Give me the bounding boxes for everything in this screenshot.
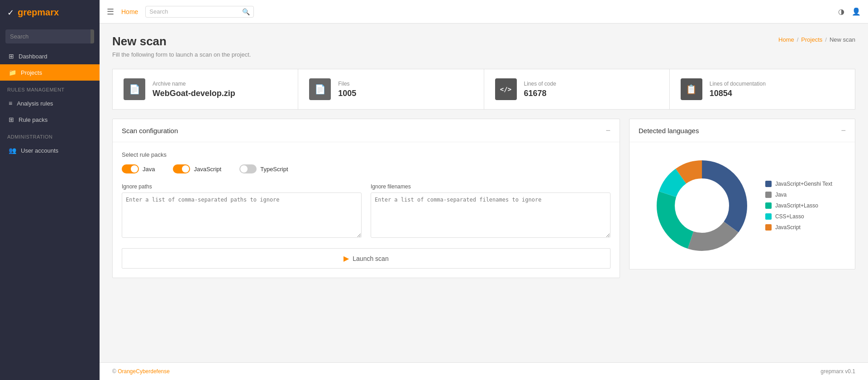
- topnav-search-container[interactable]: 🔍: [145, 6, 254, 18]
- stat-card-archive: 📄 Archive name WebGoat-develop.zip: [112, 69, 298, 110]
- legend-js-lasso: JavaScript+Lasso: [765, 202, 832, 209]
- toggle-javascript: JavaScript: [173, 164, 221, 173]
- loc-icon: </>: [500, 86, 511, 93]
- archive-value: WebGoat-develop.zip: [153, 89, 235, 98]
- scan-config-body: Select rule packs Java JavaScript: [113, 142, 620, 278]
- rules-management-label: RULES MANAGEMENT: [0, 81, 100, 95]
- stat-card-loc: </> Lines of code 61678: [484, 69, 670, 110]
- toggles-row: Java JavaScript TypeScript: [122, 164, 610, 173]
- files-icon: 📄: [315, 84, 326, 95]
- doc-value: 10854: [710, 89, 766, 98]
- donut-chart: [652, 156, 752, 255]
- sidebar-item-analysis-rules[interactable]: ≡ Analysis rules: [0, 95, 100, 111]
- user-profile-icon[interactable]: 👤: [852, 7, 861, 16]
- breadcrumb-home[interactable]: Home: [778, 36, 794, 43]
- doc-icon: 📋: [686, 84, 697, 95]
- toggle-typescript-switch[interactable]: [239, 164, 257, 173]
- sidebar-item-rule-packs[interactable]: ⊞ Rule packs: [0, 111, 100, 128]
- user-accounts-icon: 👥: [9, 147, 16, 154]
- legend-java: Java: [765, 192, 832, 198]
- hamburger-menu-button[interactable]: ☰: [107, 7, 114, 17]
- ignore-paths-textarea[interactable]: [122, 192, 362, 238]
- detected-languages-card: Detected languages −: [629, 119, 855, 269]
- footer-brand: OrangeCyberdefense: [118, 368, 170, 375]
- launch-scan-icon: ▶: [343, 254, 349, 263]
- brand-name: grepmarx: [18, 7, 59, 18]
- legend-js-genshi: JavaScript+Genshi Text: [765, 181, 832, 187]
- detected-languages-column: Detected languages −: [629, 119, 855, 278]
- administration-label: ADMINISTRATION: [0, 128, 100, 142]
- sidebar-item-dashboard[interactable]: ⊞ Dashboard: [0, 48, 100, 64]
- toggle-typescript: TypeScript: [239, 164, 288, 173]
- ignore-filenames-textarea[interactable]: [371, 192, 610, 238]
- sidebar-item-user-accounts[interactable]: 👥 User accounts: [0, 142, 100, 159]
- breadcrumb-current: New scan: [830, 36, 855, 43]
- scan-config-column: Scan configuration − Select rule packs J…: [112, 119, 620, 278]
- sidebar-item-user-accounts-label: User accounts: [21, 147, 58, 154]
- files-label: Files: [338, 81, 356, 87]
- sidebar-item-analysis-rules-label: Analysis rules: [17, 100, 53, 107]
- rule-packs-icon: ⊞: [9, 116, 14, 123]
- topnav-search-input[interactable]: [149, 8, 239, 15]
- chart-legend: JavaScript+Genshi Text Java JavaScript+L…: [765, 181, 832, 231]
- analysis-rules-icon: ≡: [9, 100, 12, 107]
- theme-toggle-icon[interactable]: ◑: [838, 7, 844, 16]
- page-subtitle: Fill the following form to launch a scan…: [112, 51, 251, 58]
- sidebar-search-container[interactable]: 🔍: [5, 29, 94, 43]
- sidebar-item-rule-packs-label: Rule packs: [19, 116, 48, 123]
- top-navigation: ☰ Home 🔍 ◑ 👤: [100, 0, 868, 24]
- doc-label: Lines of documentation: [710, 81, 766, 87]
- topnav-right-actions: ◑ 👤: [838, 7, 861, 16]
- detected-languages-minimize[interactable]: −: [841, 126, 846, 135]
- ignore-fields-row: Ignore paths Ignore filenames: [122, 183, 610, 239]
- legend-javascript: JavaScript: [765, 224, 832, 231]
- scan-config-header: Scan configuration −: [113, 119, 620, 142]
- footer-copyright: © OrangeCyberdefense: [112, 368, 170, 375]
- stat-card-files: 📄 Files 1005: [298, 69, 484, 110]
- detected-languages-title: Detected languages: [639, 127, 699, 135]
- sidebar-search-button[interactable]: 🔍: [91, 29, 94, 43]
- sidebar-item-projects[interactable]: 📁 Projects: [0, 64, 100, 81]
- toggle-java-switch[interactable]: [122, 164, 139, 173]
- legend-label-java: Java: [775, 192, 787, 198]
- detected-languages-header: Detected languages −: [630, 119, 855, 142]
- legend-label-css-lasso: CSS+Lasso: [775, 213, 804, 220]
- loc-value: 61678: [524, 89, 556, 98]
- main-content: ☰ Home 🔍 ◑ 👤 New scan Fill the following…: [100, 0, 868, 380]
- legend-label-js-genshi: JavaScript+Genshi Text: [775, 181, 832, 187]
- scan-config-minimize[interactable]: −: [606, 126, 610, 135]
- legend-color-java: [765, 192, 772, 198]
- sidebar-search-input[interactable]: [5, 29, 91, 43]
- legend-label-javascript: JavaScript: [775, 224, 801, 231]
- donut-chart-container: JavaScript+Genshi Text Java JavaScript+L…: [630, 142, 855, 269]
- loc-label: Lines of code: [524, 81, 556, 87]
- page-content: New scan Fill the following form to laun…: [100, 24, 868, 362]
- breadcrumb-sep-1: /: [797, 36, 799, 43]
- two-column-layout: Scan configuration − Select rule packs J…: [112, 119, 855, 278]
- toggle-java: Java: [122, 164, 155, 173]
- launch-scan-button[interactable]: ▶ Launch scan: [122, 248, 610, 269]
- loc-icon-box: </>: [495, 78, 517, 100]
- topnav-home-link[interactable]: Home: [121, 8, 138, 15]
- toggle-javascript-switch[interactable]: [173, 164, 190, 173]
- breadcrumb-projects[interactable]: Projects: [801, 36, 822, 43]
- dashboard-icon: ⊞: [9, 53, 14, 60]
- archive-icon-box: 📄: [124, 78, 145, 100]
- sidebar-item-dashboard-label: Dashboard: [19, 53, 48, 60]
- stat-card-doc: 📋 Lines of documentation 10854: [670, 69, 855, 110]
- archive-label: Archive name: [153, 81, 235, 87]
- legend-color-js-genshi: [765, 181, 772, 187]
- rule-packs-label: Select rule packs: [122, 151, 610, 158]
- logo-checkmark: ✓: [7, 8, 14, 18]
- legend-color-js-lasso: [765, 202, 772, 209]
- ignore-filenames-group: Ignore filenames: [371, 183, 610, 239]
- stats-row: 📄 Archive name WebGoat-develop.zip 📄 Fil…: [112, 69, 855, 110]
- breadcrumb-sep-2: /: [825, 36, 827, 43]
- sidebar: ✓ grepmarx 🔍 ⊞ Dashboard 📁 Projects RULE…: [0, 0, 100, 380]
- launch-scan-label: Launch scan: [353, 255, 388, 262]
- scan-config-title: Scan configuration: [122, 127, 178, 135]
- legend-css-lasso: CSS+Lasso: [765, 213, 832, 220]
- page-title: New scan: [112, 34, 251, 48]
- toggle-typescript-label: TypeScript: [260, 166, 288, 173]
- sidebar-item-projects-label: Projects: [21, 69, 42, 76]
